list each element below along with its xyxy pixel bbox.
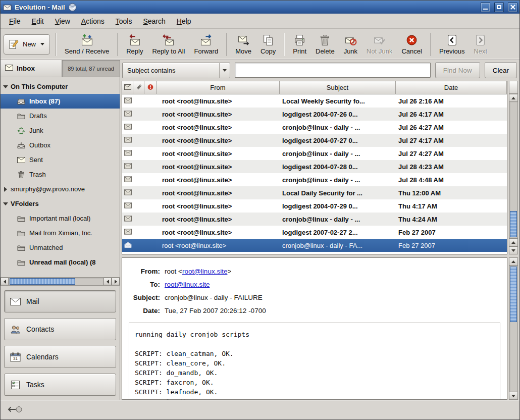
sent-icon: [17, 156, 26, 164]
menu-search[interactable]: Search: [138, 15, 170, 27]
vscroll-down-stepper[interactable]: [509, 392, 518, 400]
message-row[interactable]: root <root@linux.site> logdigest 2004-07…: [122, 134, 507, 147]
inbox-icon: [17, 97, 26, 105]
message-subject: cronjob@linux - daily - FAILURE: [165, 291, 263, 304]
vscroll-up-stepper[interactable]: [509, 257, 518, 266]
search-criteria-select[interactable]: Subject contains: [122, 63, 230, 78]
tree-item-important-mail[interactable]: Important mail (local): [1, 211, 120, 226]
menu-tools[interactable]: Tools: [111, 15, 137, 27]
vscroll-track[interactable]: [509, 102, 518, 238]
hscroll-left-stepper[interactable]: [103, 278, 112, 285]
offline-toggle-icon[interactable]: [6, 405, 23, 415]
next-button: Next: [469, 31, 492, 58]
tree-item-trash[interactable]: Trash: [1, 167, 120, 182]
switcher-contacts-button[interactable]: Contacts: [4, 318, 116, 340]
vscroll-down-stepper[interactable]: [509, 246, 518, 254]
cancel-button[interactable]: Cancel: [397, 31, 426, 58]
forward-button[interactable]: Forward: [189, 31, 223, 58]
previous-button[interactable]: Previous: [435, 31, 470, 58]
folder-tree-hscrollbar[interactable]: [1, 277, 120, 285]
menu-view[interactable]: View: [50, 15, 75, 27]
titlebar[interactable]: Evolution - Mail: [1, 1, 519, 14]
message-body: running daily cronjob scripts SCRIPT: cl…: [129, 323, 500, 399]
vscroll-up-stepper[interactable]: [509, 238, 518, 246]
column-from[interactable]: From: [157, 81, 280, 94]
search-criteria-value: Subject contains: [127, 67, 175, 74]
reply-to-all-button[interactable]: Reply to All: [147, 31, 189, 58]
message-row[interactable]: root <root@linux.site> cronjob@linux - d…: [122, 213, 507, 226]
switcher-mail-button[interactable]: Mail: [4, 290, 116, 312]
combo-dropdown-button[interactable]: [219, 63, 230, 78]
expander-icon[interactable]: [1, 85, 11, 88]
tree-item-mail-from-ximian[interactable]: Mail from Ximian, Inc.: [1, 226, 120, 240]
column-important[interactable]: [144, 81, 157, 94]
close-button[interactable]: [508, 3, 517, 12]
hscroll-track[interactable]: [9, 278, 103, 285]
tree-item-drafts[interactable]: Drafts: [1, 109, 120, 123]
hscroll-thumb[interactable]: [10, 278, 75, 285]
message-row-selected[interactable]: root <root@linux.site> cronjob@linux - d…: [122, 239, 507, 252]
reply-button[interactable]: Reply: [122, 31, 147, 58]
column-status[interactable]: [122, 81, 133, 94]
message-row[interactable]: root <root@linux.site> logdigest 2004-07…: [122, 160, 507, 173]
vscroll-thumb[interactable]: [510, 211, 517, 237]
message-row[interactable]: root <root@linux.site> logdigest 2007-02…: [122, 226, 507, 239]
tree-item-unmatched[interactable]: Unmatched: [1, 240, 120, 255]
from-address-link[interactable]: root@linux.site: [182, 268, 228, 275]
junk-button[interactable]: Junk: [339, 31, 362, 58]
tree-item-junk[interactable]: Junk: [1, 123, 120, 138]
switcher-calendars-button[interactable]: 31 Calendars: [4, 346, 116, 368]
tree-item-outbox[interactable]: Outbox: [1, 138, 120, 152]
message-row[interactable]: root <root@linux.site> logdigest 2004-07…: [122, 199, 507, 213]
menu-file[interactable]: File: [5, 15, 25, 27]
copy-button[interactable]: Copy: [256, 31, 280, 58]
menu-help[interactable]: Help: [172, 15, 196, 27]
tree-item-vfolders[interactable]: VFolders: [1, 196, 120, 211]
tree-item-on-this-computer[interactable]: On This Computer: [1, 79, 120, 94]
tree-item-smurphy-account[interactable]: smurphy@gw.provo.nove: [1, 182, 120, 196]
svg-text:31: 31: [13, 356, 18, 361]
expander-icon[interactable]: [1, 187, 11, 192]
current-folder-header[interactable]: Inbox: [1, 60, 62, 77]
message-row[interactable]: root <root@linux.site> Local Daily Secur…: [122, 186, 507, 199]
tree-item-unread-mail[interactable]: Unread mail (local) (8: [1, 255, 120, 270]
preview-vscrollbar[interactable]: [509, 257, 518, 400]
message-row[interactable]: root <root@linux.site> cronjob@linux - d…: [122, 147, 507, 160]
new-button[interactable]: New: [4, 34, 50, 55]
clear-button[interactable]: Clear: [485, 62, 517, 78]
expander-icon[interactable]: [1, 202, 11, 205]
to-address-link[interactable]: root@linux.site: [165, 281, 210, 288]
message-row[interactable]: root <root@linux.site> cronjob@linux - d…: [122, 121, 507, 134]
mail-icon: [10, 296, 21, 306]
tree-item-inbox[interactable]: Inbox (87): [1, 94, 120, 109]
vscroll-thumb[interactable]: [510, 267, 517, 322]
vscroll-up-stepper[interactable]: [509, 94, 518, 102]
column-date[interactable]: Date: [396, 81, 507, 94]
send-receive-button[interactable]: Send / Receive: [60, 31, 114, 58]
search-bar: Subject contains Find Now Clear: [122, 60, 518, 81]
maximize-button[interactable]: [494, 3, 504, 12]
hscroll-left-stepper[interactable]: [1, 278, 9, 285]
column-attachment[interactable]: [133, 81, 144, 94]
message-row[interactable]: root <root@linux.site> Local Weekly Secu…: [122, 94, 507, 108]
header-subject-row: Subject: cronjob@linux - daily - FAILURE: [127, 291, 500, 304]
menu-actions[interactable]: Actions: [77, 15, 109, 27]
menu-edit[interactable]: Edit: [27, 15, 48, 27]
search-input[interactable]: [235, 63, 431, 78]
move-button[interactable]: Move: [231, 31, 256, 58]
chevron-down-icon: [223, 69, 227, 72]
hscroll-right-stepper[interactable]: [112, 278, 120, 285]
minimize-button[interactable]: [481, 3, 490, 12]
component-switcher: Mail Contacts 31 Calendars Tasks: [1, 285, 120, 400]
message-row[interactable]: root <root@linux.site> logdigest 2004-07…: [122, 108, 507, 121]
print-button[interactable]: Print: [288, 31, 311, 58]
switcher-tasks-button[interactable]: Tasks: [4, 374, 116, 396]
vscroll-track[interactable]: [509, 266, 518, 392]
delete-button[interactable]: Delete: [311, 31, 339, 58]
tree-item-sent[interactable]: Sent: [1, 152, 120, 167]
column-subject[interactable]: Subject: [280, 81, 396, 94]
message-row[interactable]: root <root@linux.site> cronjob@linux - d…: [122, 173, 507, 186]
toolbar-separator: [56, 33, 57, 56]
message-list-vscrollbar[interactable]: [509, 81, 518, 254]
toolbar-separator: [430, 33, 431, 56]
